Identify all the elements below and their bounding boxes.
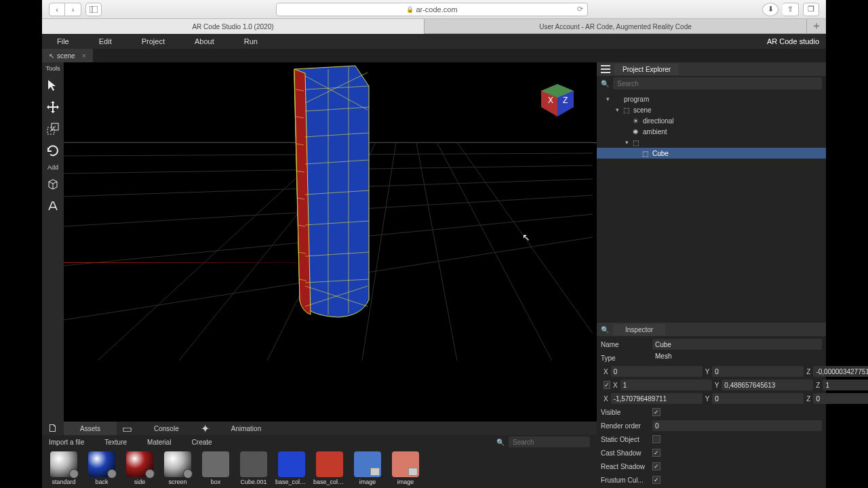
cast-shadow-label: Cast Shadow — [601, 449, 650, 457]
project-explorer-header: Project Explorer — [597, 62, 826, 76]
browser-url-text: ar-code.com — [416, 5, 457, 14]
react-shadow-label: React Shadow — [601, 463, 650, 470]
menubar: File Edit Project About Run AR Code stud… — [42, 34, 826, 49]
project-tree: ▾program▾⬚scene☀directional✺ambient▾⬚⬚Cu… — [597, 91, 826, 161]
mouse-cursor: ↖ — [522, 232, 530, 243]
tree-item-directional[interactable]: ☀directional — [597, 115, 826, 126]
position-x-input[interactable] — [611, 366, 703, 377]
scale-tool[interactable] — [43, 119, 62, 138]
asset-Cube.001[interactable]: Cube.001 — [237, 451, 270, 485]
hamburger-icon[interactable] — [601, 65, 610, 73]
tab-assets[interactable]: Assets — [64, 422, 117, 435]
rotate-tool[interactable] — [43, 141, 62, 160]
rotation-z-input[interactable] — [813, 393, 868, 404]
explorer-search-input[interactable] — [613, 77, 822, 89]
asset-image[interactable]: image — [351, 451, 384, 485]
tabs-button[interactable]: ❐ — [803, 3, 819, 16]
lock-icon: 🔒 — [406, 6, 414, 13]
right-sidebar: Project Explorer 🔍 ▾program▾⬚scene☀direc… — [597, 62, 826, 488]
scale-y-input[interactable] — [722, 380, 813, 390]
tree-item-ambient[interactable]: ✺ambient — [597, 126, 826, 137]
bottom-panel: 🗋 Assets ▭ Console ✦ Animation Import a … — [42, 422, 597, 488]
inspector-title: Inspector — [625, 326, 653, 333]
browser-back-button[interactable]: ‹ — [49, 3, 65, 16]
render-order-label: Render order — [601, 422, 650, 430]
reload-icon[interactable]: ⟳ — [577, 5, 583, 14]
add-text-tool[interactable] — [43, 197, 62, 216]
scene-tab-icon: ↖ — [49, 52, 54, 60]
animation-icon: ✦ — [195, 422, 215, 435]
visible-checkbox[interactable]: ✓ — [652, 408, 660, 416]
tab-animation[interactable]: Animation — [215, 422, 277, 435]
svg-text:X: X — [548, 96, 553, 105]
svg-text:Z: Z — [563, 96, 568, 105]
asset-back[interactable]: back — [85, 451, 118, 485]
menu-run[interactable]: Run — [229, 37, 273, 45]
orientation-gizmo[interactable]: X Z — [538, 81, 576, 119]
app-window: File Edit Project About Run AR Code stud… — [42, 34, 826, 488]
asset-base_colo...[interactable]: base_colo... — [275, 451, 308, 485]
share-button[interactable]: ⇪ — [783, 3, 799, 16]
browser-url-bar[interactable]: 🔒 ar-code.com ⟳ — [276, 3, 588, 16]
browser-tabs: AR Code Studio 1.0 (2020) User Account -… — [42, 19, 826, 34]
browser-forward-button[interactable]: › — [65, 3, 81, 16]
project-explorer-title: Project Explorer — [623, 66, 671, 73]
render-order-input[interactable] — [652, 420, 822, 431]
scene-tab-label: scene — [57, 52, 75, 60]
position-z-input[interactable] — [813, 366, 868, 377]
add-heading: Add — [47, 164, 58, 171]
name-input[interactable] — [652, 339, 822, 350]
tree-item-program[interactable]: ▾program — [597, 94, 826, 104]
texture-button[interactable]: Texture — [104, 439, 127, 446]
add-object-tool[interactable] — [43, 175, 62, 194]
asset-image[interactable]: image — [389, 451, 422, 485]
asset-box[interactable]: box — [199, 451, 232, 485]
tree-item-scene[interactable]: ▾⬚scene — [597, 104, 826, 115]
type-label: Type — [601, 354, 650, 362]
tree-item-Cube[interactable]: ⬚Cube — [597, 148, 826, 159]
scale-x-input[interactable] — [620, 380, 712, 390]
react-shadow-checkbox[interactable]: ✓ — [652, 462, 660, 470]
asset-base_colo...[interactable]: base_colo... — [313, 451, 346, 485]
static-checkbox[interactable] — [652, 435, 660, 443]
select-tool[interactable] — [43, 76, 62, 95]
search-icon: 🔍 — [496, 439, 505, 446]
browser-tab-0[interactable]: AR Code Studio 1.0 (2020) — [42, 19, 425, 34]
menu-project[interactable]: Project — [127, 37, 180, 45]
asset-screen[interactable]: screen — [161, 451, 194, 485]
tools-heading: Tools — [45, 65, 60, 72]
scale-lock-checkbox[interactable]: ✓ — [604, 381, 610, 389]
assets-search-input[interactable] — [509, 436, 590, 447]
rotation-x-input[interactable] — [611, 393, 703, 404]
cast-shadow-checkbox[interactable]: ✓ — [652, 449, 660, 457]
svg-line-4 — [50, 126, 56, 131]
menu-file[interactable]: File — [42, 37, 84, 45]
browser-sidebar-button[interactable] — [85, 3, 102, 16]
selected-object-cube[interactable] — [281, 62, 376, 319]
close-icon[interactable]: × — [82, 52, 86, 60]
menu-about[interactable]: About — [180, 37, 229, 45]
material-button[interactable]: Material — [147, 439, 172, 446]
asset-side[interactable]: side — [123, 451, 156, 485]
browser-toolbar: ‹ › 🔒 ar-code.com ⟳ ⬇ ⇪ ❐ — [42, 0, 826, 19]
console-icon: ▭ — [117, 422, 138, 435]
scene-tab[interactable]: ↖ scene × — [42, 49, 93, 62]
create-button[interactable]: Create — [192, 439, 212, 446]
frustum-checkbox[interactable]: ✓ — [652, 476, 660, 484]
download-button[interactable]: ⬇ — [762, 3, 778, 16]
asset-standard[interactable]: standard — [47, 451, 80, 485]
import-file-button[interactable]: Import a file — [49, 439, 84, 446]
svg-rect-0 — [90, 6, 98, 13]
scale-z-input[interactable] — [823, 380, 868, 390]
browser-new-tab-button[interactable]: ＋ — [807, 19, 826, 33]
search-icon: 🔍 — [601, 326, 609, 333]
move-tool[interactable] — [43, 98, 62, 117]
name-label: Name — [601, 341, 650, 348]
tab-console[interactable]: Console — [138, 422, 195, 435]
rotation-y-input[interactable] — [712, 393, 804, 404]
position-y-input[interactable] — [712, 366, 804, 377]
static-label: Static Object — [601, 436, 650, 443]
browser-tab-1[interactable]: User Account - AR Code, Augmented Realit… — [425, 19, 807, 34]
tree-item-group[interactable]: ▾⬚ — [597, 137, 826, 148]
menu-edit[interactable]: Edit — [84, 37, 127, 45]
